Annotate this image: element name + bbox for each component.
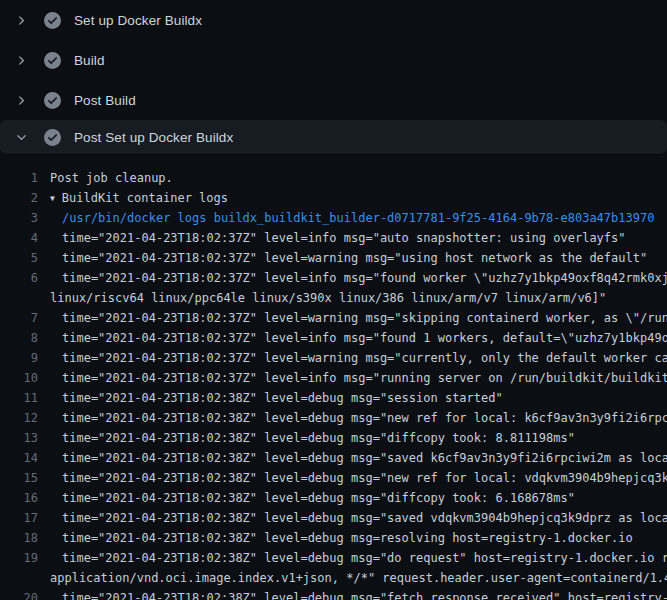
- line-number[interactable]: 11: [0, 388, 38, 408]
- log-line: 5time="2021-04-23T18:02:37Z" level=warni…: [0, 248, 667, 268]
- log-line-text: application/vnd.oci.image.index.v1+json,…: [50, 568, 667, 588]
- line-number[interactable]: 13: [0, 428, 38, 448]
- log-line-text: time="2021-04-23T18:02:38Z" level=debug …: [62, 528, 633, 548]
- log-line: 9time="2021-04-23T18:02:37Z" level=warni…: [0, 348, 667, 368]
- line-number[interactable]: 8: [0, 328, 38, 348]
- check-circle-icon: [44, 92, 61, 109]
- log-line-text: time="2021-04-23T18:02:37Z" level=warnin…: [62, 308, 667, 328]
- log-line: 15time="2021-04-23T18:02:38Z" level=debu…: [0, 468, 667, 488]
- log-line: 4time="2021-04-23T18:02:37Z" level=info …: [0, 228, 667, 248]
- chevron-right-icon: [10, 52, 32, 68]
- log-line-text: time="2021-04-23T18:02:38Z" level=debug …: [62, 428, 575, 448]
- log-line: 3/usr/bin/docker logs buildx_buildkit_bu…: [0, 208, 667, 228]
- line-number: [0, 288, 38, 308]
- line-number[interactable]: 3: [0, 208, 38, 228]
- log-line-text: time="2021-04-23T18:02:38Z" level=debug …: [62, 408, 667, 428]
- log-line: 11time="2021-04-23T18:02:38Z" level=debu…: [0, 388, 667, 408]
- log-group-toggle[interactable]: ▼BuildKit container logs: [50, 188, 228, 208]
- line-number[interactable]: 9: [0, 348, 38, 368]
- step-title: Post Set up Docker Buildx: [74, 130, 233, 145]
- log-line-text: time="2021-04-23T18:02:38Z" level=debug …: [62, 548, 667, 568]
- chevron-right-icon: [10, 12, 32, 28]
- log-line: 1Post job cleanup.: [0, 168, 667, 188]
- log-line-text: time="2021-04-23T18:02:37Z" level=warnin…: [62, 348, 667, 368]
- log-line-continuation: linux/riscv64 linux/ppc64le linux/s390x …: [0, 288, 667, 308]
- log-line-text: time="2021-04-23T18:02:37Z" level=info m…: [62, 228, 626, 248]
- log-line: 8time="2021-04-23T18:02:37Z" level=info …: [0, 328, 667, 348]
- triangle-down-icon: ▼: [50, 194, 55, 203]
- log-line-text: linux/riscv64 linux/ppc64le linux/s390x …: [50, 288, 606, 308]
- log-line: 7time="2021-04-23T18:02:37Z" level=warni…: [0, 308, 667, 328]
- chevron-right-icon: [10, 92, 32, 108]
- log-line: 6time="2021-04-23T18:02:37Z" level=info …: [0, 268, 667, 288]
- check-circle-icon: [44, 52, 61, 69]
- log-line: 19time="2021-04-23T18:02:38Z" level=debu…: [0, 548, 667, 568]
- step-title: Build: [74, 53, 105, 68]
- step-row-set-up-docker-buildx[interactable]: Set up Docker Buildx: [0, 0, 667, 40]
- log-command-text: /usr/bin/docker logs buildx_buildkit_bui…: [62, 208, 654, 228]
- step-row-post-build[interactable]: Post Build: [0, 80, 667, 120]
- line-number[interactable]: 7: [0, 308, 38, 328]
- line-number[interactable]: 5: [0, 248, 38, 268]
- log-line: 14time="2021-04-23T18:02:38Z" level=debu…: [0, 448, 667, 468]
- log-panel: 1Post job cleanup.2▼BuildKit container l…: [0, 155, 667, 600]
- line-number[interactable]: 18: [0, 528, 38, 548]
- log-line-text: time="2021-04-23T18:02:37Z" level=info m…: [62, 268, 667, 288]
- log-line-text: time="2021-04-23T18:02:37Z" level=info m…: [62, 328, 667, 348]
- line-number[interactable]: 4: [0, 228, 38, 248]
- line-number[interactable]: 20: [0, 588, 38, 600]
- line-number[interactable]: 14: [0, 448, 38, 468]
- check-circle-icon: [44, 12, 61, 29]
- step-title: Set up Docker Buildx: [74, 13, 202, 28]
- log-line-continuation: application/vnd.oci.image.index.v1+json,…: [0, 568, 667, 588]
- line-number[interactable]: 10: [0, 368, 38, 388]
- step-row-build[interactable]: Build: [0, 40, 667, 80]
- log-line-text: time="2021-04-23T18:02:38Z" level=debug …: [62, 488, 575, 508]
- log-line: 20time="2021-04-23T18:02:38Z" level=debu…: [0, 588, 667, 600]
- log-line-text: time="2021-04-23T18:02:38Z" level=debug …: [62, 388, 503, 408]
- line-number[interactable]: 19: [0, 548, 38, 568]
- line-number: [0, 568, 38, 588]
- log-line: 17time="2021-04-23T18:02:38Z" level=debu…: [0, 508, 667, 528]
- line-number[interactable]: 6: [0, 268, 38, 288]
- log-line-text: time="2021-04-23T18:02:37Z" level=info m…: [62, 368, 667, 388]
- check-circle-icon: [44, 129, 61, 146]
- log-line: 13time="2021-04-23T18:02:38Z" level=debu…: [0, 428, 667, 448]
- log-line: 16time="2021-04-23T18:02:38Z" level=debu…: [0, 488, 667, 508]
- line-number[interactable]: 16: [0, 488, 38, 508]
- line-number[interactable]: 1: [0, 168, 38, 188]
- line-number[interactable]: 17: [0, 508, 38, 528]
- step-list: Set up Docker BuildxBuildPost BuildPost …: [0, 0, 667, 155]
- step-title: Post Build: [74, 93, 136, 108]
- log-line-text: time="2021-04-23T18:02:38Z" level=debug …: [62, 468, 667, 488]
- log-line-text: time="2021-04-23T18:02:38Z" level=debug …: [62, 508, 667, 528]
- log-line: 2▼BuildKit container logs: [0, 188, 667, 208]
- chevron-down-icon: [10, 129, 32, 145]
- log-line-text: time="2021-04-23T18:02:38Z" level=debug …: [62, 588, 667, 600]
- line-number[interactable]: 15: [0, 468, 38, 488]
- log-line-text: time="2021-04-23T18:02:37Z" level=warnin…: [62, 248, 647, 268]
- step-row-post-set-up-docker-buildx[interactable]: Post Set up Docker Buildx: [0, 120, 667, 155]
- log-line-text: time="2021-04-23T18:02:38Z" level=debug …: [62, 448, 667, 468]
- log-line: 10time="2021-04-23T18:02:37Z" level=info…: [0, 368, 667, 388]
- log-line-text: Post job cleanup.: [50, 168, 173, 188]
- line-number[interactable]: 2: [0, 188, 38, 208]
- line-number[interactable]: 12: [0, 408, 38, 428]
- log-line: 12time="2021-04-23T18:02:38Z" level=debu…: [0, 408, 667, 428]
- log-line: 18time="2021-04-23T18:02:38Z" level=debu…: [0, 528, 667, 548]
